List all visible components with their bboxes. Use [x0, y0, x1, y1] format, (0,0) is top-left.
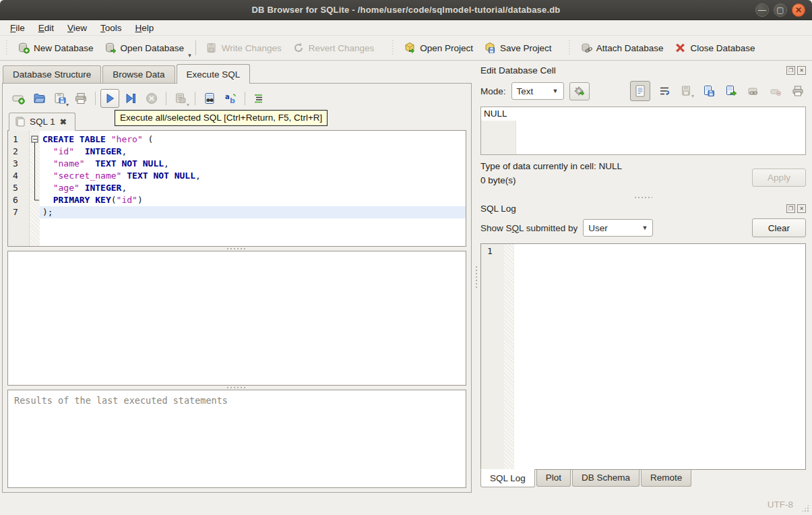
tab-execute-sql[interactable]: Execute SQL — [177, 64, 251, 84]
open-database-dropdown-arrow[interactable]: ▾ — [188, 52, 191, 60]
open-project-button[interactable]: Open Project — [398, 38, 478, 57]
tab-browse-data[interactable]: Browse Data — [102, 65, 175, 84]
minimize-button[interactable]: — — [755, 3, 769, 17]
open-database-button[interactable]: Open Database — [99, 38, 190, 57]
menu-file[interactable]: File — [4, 22, 31, 34]
link-icon — [747, 85, 759, 97]
close-database-label: Close Database — [690, 43, 755, 53]
dock-tab-db-schema[interactable]: DB Schema — [572, 470, 639, 487]
dock-tab-bar: SQL Log Plot DB Schema Remote — [480, 470, 806, 494]
mode-combobox[interactable]: Text ▼ — [511, 82, 564, 100]
print-sql-button[interactable] — [71, 89, 90, 108]
save-cell-button[interactable]: ▾ — [679, 83, 695, 99]
sql-log-filter-row: Show SQL submitted by User ▼ Clear — [480, 216, 806, 240]
code-area[interactable]: CREATE TABLE "hero" ( "id" INTEGER, "nam… — [40, 131, 466, 246]
edit-cell-close-button[interactable]: ✕ — [797, 66, 806, 75]
toolbar-drag-handle-2[interactable] — [392, 40, 396, 55]
code-line[interactable]: CREATE TABLE "hero" ( — [40, 133, 466, 146]
log-fold-margin — [504, 244, 514, 469]
sql-log-float-button[interactable]: ❐ — [786, 204, 795, 213]
attach-database-button[interactable]: Attach Database — [575, 38, 669, 57]
open-database-icon — [104, 42, 117, 54]
menubar: File Edit View Tools Help — [0, 20, 812, 36]
tab-database-structure[interactable]: Database Structure — [3, 65, 101, 84]
word-wrap-button[interactable] — [656, 83, 673, 99]
new-sql-tab-button[interactable] — [9, 89, 28, 108]
menu-help[interactable]: Help — [129, 22, 160, 34]
print-cell-icon — [792, 85, 804, 97]
encoding-indicator[interactable]: UTF-8 — [768, 499, 793, 510]
code-line[interactable]: "name" TEXT NOT NULL, — [40, 158, 466, 170]
text-mode-button[interactable] — [630, 81, 650, 101]
find-button[interactable] — [200, 89, 219, 108]
close-database-button[interactable]: Close Database — [668, 38, 760, 57]
edit-cell-float-button[interactable]: ❐ — [786, 66, 795, 75]
new-tab-icon — [11, 92, 25, 105]
print-icon — [74, 92, 88, 105]
save-sql-dropdown-arrow[interactable]: ▾ — [66, 102, 69, 108]
menu-edit[interactable]: Edit — [32, 22, 60, 34]
cell-log-splitter[interactable] — [480, 194, 806, 201]
maximize-button[interactable]: ▢ — [774, 3, 787, 17]
resize-grip[interactable] — [801, 504, 809, 512]
result-grid-pane[interactable] — [7, 251, 466, 386]
line-number: 1 — [8, 133, 29, 146]
close-tab-icon[interactable]: ✖ — [60, 117, 67, 127]
execute-all-icon — [103, 92, 117, 105]
code-line[interactable]: PRIMARY KEY("id") — [40, 194, 466, 206]
open-sql-file-icon — [32, 92, 46, 105]
dock-tab-remote[interactable]: Remote — [641, 470, 691, 487]
code-line[interactable]: "secret_name" TEXT NOT NULL, — [40, 170, 466, 182]
dock-tab-plot[interactable]: Plot — [536, 470, 571, 487]
execute-all-button[interactable] — [100, 89, 119, 108]
sql-log-close-button[interactable]: ✕ — [797, 204, 806, 213]
submitted-by-combobox[interactable]: User ▼ — [583, 219, 653, 237]
save-project-icon — [484, 42, 496, 54]
execute-line-button[interactable] — [121, 89, 140, 108]
stop-icon — [145, 92, 158, 105]
edit-cell-dock-header: Edit Database Cell ❐ ✕ — [480, 63, 806, 78]
auto-apply-button[interactable] — [569, 82, 590, 100]
code-line[interactable]: "id" INTEGER, — [40, 146, 466, 158]
print-cell-button[interactable] — [790, 83, 806, 99]
save-cell-dropdown-arrow[interactable]: ▾ — [691, 93, 694, 99]
sql-log-editor[interactable]: 1 — [480, 243, 806, 470]
cell-size-text: 0 byte(s) — [480, 175, 622, 185]
cell-editor-margin — [481, 121, 516, 154]
menu-tools[interactable]: Tools — [94, 22, 128, 34]
open-url-button[interactable] — [745, 83, 761, 99]
fold-margin[interactable] — [30, 131, 40, 246]
fold-marker[interactable] — [30, 133, 40, 221]
save-sql-file-button[interactable]: ▾ — [51, 89, 69, 108]
save-results-button[interactable]: ▾ — [171, 89, 190, 108]
save-results-dropdown-arrow[interactable]: ▾ — [187, 102, 189, 108]
sql1-tab[interactable]: SQL 1 ✖ — [9, 113, 75, 131]
cell-value-editor[interactable]: NULL — [480, 107, 806, 155]
export-cell-button[interactable] — [723, 83, 739, 99]
format-sql-button[interactable] — [250, 89, 269, 108]
toolbar-drag-handle[interactable] — [5, 40, 9, 55]
replace-button[interactable]: ab — [221, 89, 240, 108]
code-line[interactable]: "age" INTEGER, — [40, 182, 466, 194]
sql-code-editor[interactable]: 1234567 CREATE TABLE "hero" ( "id" INTEG… — [7, 130, 466, 247]
execution-messages-pane[interactable]: Results of the last executed statements — [7, 390, 466, 488]
menu-view[interactable]: View — [61, 22, 93, 34]
close-button[interactable]: ✕ — [792, 3, 805, 17]
open-sql-file-button[interactable] — [30, 89, 49, 108]
save-sql-file-icon — [53, 92, 67, 105]
revert-changes-button[interactable]: Revert Changes — [287, 38, 380, 57]
stop-button[interactable] — [142, 89, 161, 108]
import-cell-button[interactable] — [701, 83, 717, 99]
new-database-button[interactable]: New Database — [12, 38, 99, 57]
dock-tab-sql-log[interactable]: SQL Log — [480, 469, 535, 487]
save-project-button[interactable]: Save Project — [478, 38, 557, 57]
apply-button[interactable]: Apply — [752, 169, 806, 187]
app-window: DB Browser for SQLite - /home/user/code/… — [0, 0, 812, 515]
format-lines-icon — [253, 92, 266, 105]
set-null-button[interactable] — [768, 83, 784, 99]
code-line[interactable]: ); — [40, 206, 466, 218]
toolbar-drag-handle-3[interactable] — [568, 40, 572, 55]
clear-log-button[interactable]: Clear — [752, 218, 806, 237]
write-changes-button[interactable]: Write Changes — [200, 38, 287, 57]
write-changes-label: Write Changes — [222, 43, 282, 53]
